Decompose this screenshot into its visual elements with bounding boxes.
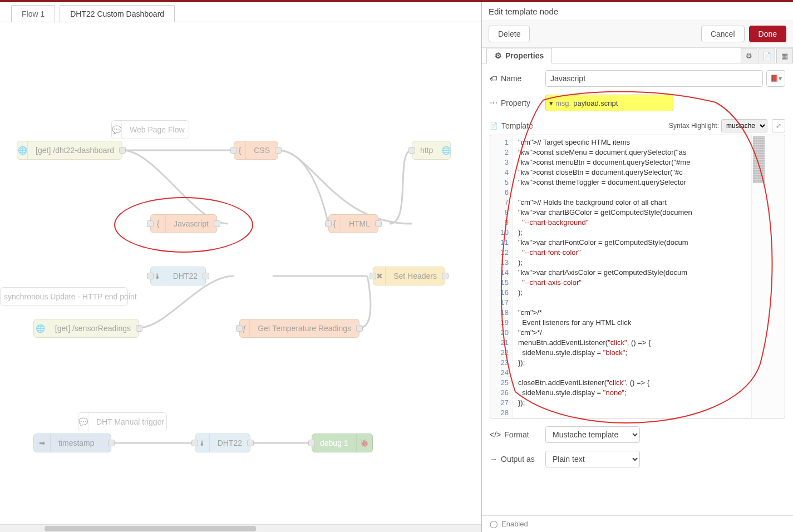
- output-label: →Output as: [490, 455, 545, 464]
- tab-properties[interactable]: ⚙ Properties: [486, 48, 552, 63]
- expand-icon[interactable]: ⤢: [772, 119, 785, 132]
- syntax-select[interactable]: mustache: [721, 119, 767, 132]
- ellipsis-icon: ⋯: [490, 98, 498, 107]
- editor-gutter: 1234567891011121314151617181920212223242…: [490, 135, 513, 418]
- cancel-button[interactable]: Cancel: [701, 26, 745, 42]
- gear-icon: ⚙: [495, 48, 502, 63]
- editor-code[interactable]: "cm">// Target specific HTML items "kw">…: [513, 135, 751, 418]
- caret-down-icon: ▾: [549, 99, 553, 107]
- syntax-label: Syntax Highlight:: [669, 122, 719, 130]
- template-editor[interactable]: 1234567891011121314151617181920212223242…: [490, 135, 785, 418]
- format-label: </>Format: [490, 430, 545, 439]
- done-button[interactable]: Done: [749, 26, 786, 42]
- name-input[interactable]: [545, 70, 763, 87]
- template-icon: 📄: [490, 122, 498, 130]
- edit-panel: Edit template node Delete Cancel Done ⚙ …: [481, 2, 793, 532]
- icon-picker[interactable]: 📕▾: [766, 70, 785, 87]
- panel-title: Edit template node: [482, 2, 793, 21]
- property-label: ⋯Property: [490, 98, 545, 107]
- tab-flow2[interactable]: DHT22 Custom Dashboard: [60, 5, 175, 22]
- enabled-label: Enabled: [501, 520, 528, 528]
- scrollbar-thumb[interactable]: [45, 526, 256, 531]
- tab-flow1[interactable]: Flow 1: [11, 5, 55, 22]
- msg-prefix: msg.: [555, 99, 571, 107]
- settings-tab-icon[interactable]: ⚙: [741, 48, 757, 63]
- enabled-toggle[interactable]: ◯ Enabled: [482, 515, 793, 532]
- circle-icon: ◯: [490, 520, 498, 528]
- arrow-right-icon: →: [490, 455, 498, 464]
- format-select[interactable]: Mustache template: [545, 426, 640, 443]
- name-label: 🏷Name: [490, 74, 545, 83]
- delete-button[interactable]: Delete: [489, 26, 530, 42]
- code-icon: </>: [490, 430, 501, 439]
- description-tab-icon[interactable]: 📄: [758, 48, 775, 63]
- tab-label: Properties: [505, 48, 544, 63]
- output-select[interactable]: Plain text: [545, 451, 640, 467]
- template-label: Template: [501, 121, 533, 130]
- appearance-tab-icon[interactable]: ▦: [776, 48, 793, 63]
- property-input[interactable]: ▾ msg. payload.script: [545, 95, 673, 111]
- editor-minimap[interactable]: ███████████████ ███████████████ ████████…: [751, 135, 785, 418]
- tag-icon: 🏷: [490, 74, 498, 83]
- msg-value: payload.script: [573, 99, 618, 107]
